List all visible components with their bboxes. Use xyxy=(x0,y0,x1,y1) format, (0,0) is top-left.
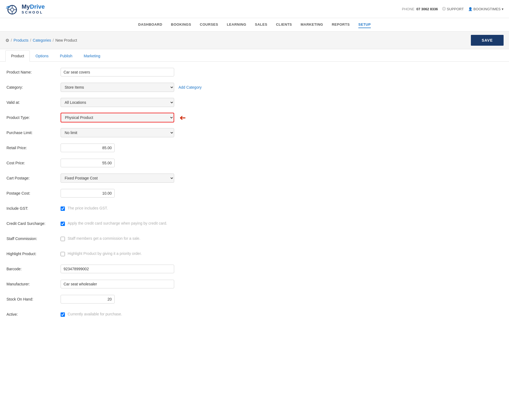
credit-card-checkbox-row: Apply the credit card surcharge when pay… xyxy=(61,221,174,226)
top-right-info: PHONE 07 3062 8336 ⓘ SUPPORT 👤 BOOKINGTI… xyxy=(402,6,504,11)
include-gst-checkbox-row: The price includes GST. xyxy=(61,206,174,211)
postage-cost-label: Postage Cost: xyxy=(6,191,61,195)
cart-postage-row: Cart Postage: Fixed Postage Cost Free Ca… xyxy=(6,173,503,183)
cart-postage-label: Cart Postage: xyxy=(6,176,61,180)
logo-text: MyDrive SCHOOL xyxy=(22,3,45,15)
product-type-label: Product Type: xyxy=(6,115,61,120)
barcode-input[interactable] xyxy=(61,265,174,273)
support-link[interactable]: ⓘ SUPPORT xyxy=(442,6,464,11)
product-name-input[interactable] xyxy=(61,68,174,76)
breadcrumb-bar: ⚙ / Products / Categories / New Product … xyxy=(0,32,509,49)
nav-sales[interactable]: SALES xyxy=(255,21,267,28)
tabs-container: Product Options Publish Marketing xyxy=(0,50,509,62)
postage-cost-input[interactable] xyxy=(61,189,115,198)
product-name-control xyxy=(61,68,174,76)
highlight-product-checkbox-row: Highlight Product by giving it a priorit… xyxy=(61,251,174,256)
nav-setup[interactable]: SETUP xyxy=(358,21,371,28)
manufacturer-row: Manufacturer: xyxy=(6,279,503,289)
save-button[interactable]: SAVE xyxy=(471,35,504,46)
phone-number: 07 3062 8336 xyxy=(416,7,438,11)
include-gst-checkbox[interactable] xyxy=(61,206,65,211)
top-bar: MyDrive SCHOOL PHONE 07 3062 8336 ⓘ SUPP… xyxy=(0,0,509,18)
active-label: Active: xyxy=(6,312,61,316)
nav-marketing[interactable]: MARKETING xyxy=(301,21,323,28)
retail-price-input[interactable] xyxy=(61,144,115,152)
purchase-limit-control: No limit 1 2 5 10 xyxy=(61,128,174,137)
cost-price-control xyxy=(61,159,174,167)
valid-at-control: All Locations Location 1 Location 2 xyxy=(61,98,174,107)
highlight-product-checkbox[interactable] xyxy=(61,252,65,256)
svg-point-1 xyxy=(11,8,14,11)
question-icon: ⓘ xyxy=(442,6,446,11)
staff-commission-control: Staff members get a commission for a sal… xyxy=(61,236,174,241)
product-name-label: Product Name: xyxy=(6,70,61,74)
tab-options[interactable]: Options xyxy=(30,50,54,62)
stock-label: Stock On Hand: xyxy=(6,297,61,301)
tab-marketing[interactable]: Marketing xyxy=(78,50,106,62)
nav-clients[interactable]: CLIENTS xyxy=(276,21,292,28)
category-label: Category: xyxy=(6,85,61,89)
stock-row: Stock On Hand: xyxy=(6,294,503,304)
nav-bookings[interactable]: BOOKINGS xyxy=(171,21,191,28)
breadcrumb-categories[interactable]: Categories xyxy=(33,38,51,42)
nav-learning[interactable]: LEARNING xyxy=(227,21,246,28)
highlight-product-row: Highlight Product: Highlight Product by … xyxy=(6,249,503,259)
separator-2: / xyxy=(30,38,31,42)
staff-commission-text: Staff members get a commission for a sal… xyxy=(68,236,140,241)
purchase-limit-label: Purchase Limit: xyxy=(6,131,61,135)
form-container: Product Name: Category: Store Items Gene… xyxy=(0,62,509,330)
valid-at-select[interactable]: All Locations Location 1 Location 2 xyxy=(61,98,174,107)
purchase-limit-select[interactable]: No limit 1 2 5 10 xyxy=(61,128,174,137)
credit-card-checkbox[interactable] xyxy=(61,222,65,226)
add-category-link[interactable]: Add Category xyxy=(179,85,202,89)
staff-commission-checkbox[interactable] xyxy=(61,237,65,241)
manufacturer-label: Manufacturer: xyxy=(6,282,61,286)
product-name-row: Product Name: xyxy=(6,67,503,77)
cost-price-label: Cost Price: xyxy=(6,161,61,165)
retail-price-label: Retail Price: xyxy=(6,146,61,150)
category-select[interactable]: Store Items General Services xyxy=(61,83,174,92)
logo-my: My xyxy=(22,3,30,10)
staff-commission-label: Staff Commission: xyxy=(6,236,61,241)
nav-courses[interactable]: COURSES xyxy=(200,21,218,28)
separator-3: / xyxy=(53,38,54,42)
valid-at-row: Valid at: All Locations Location 1 Locat… xyxy=(6,97,503,108)
product-type-control: Physical Product Digital Product Service xyxy=(61,113,174,122)
bookingtimes-link[interactable]: 👤 BOOKINGTIMES ▾ xyxy=(468,7,504,11)
credit-card-text: Apply the credit card surcharge when pay… xyxy=(68,221,167,225)
barcode-label: Barcode: xyxy=(6,267,61,271)
postage-cost-row: Postage Cost: xyxy=(6,188,503,198)
product-type-select[interactable]: Physical Product Digital Product Service xyxy=(61,113,174,122)
user-icon: 👤 xyxy=(468,7,472,11)
credit-card-row: Credit Card Surcharge: Apply the credit … xyxy=(6,218,503,229)
gear-icon[interactable]: ⚙ xyxy=(5,38,9,43)
cost-price-row: Cost Price: xyxy=(6,158,503,168)
nav-reports[interactable]: REPORTS xyxy=(332,21,350,28)
bookingtimes-label: BOOKINGTIMES xyxy=(474,7,501,11)
manufacturer-control xyxy=(61,280,174,288)
manufacturer-input[interactable] xyxy=(61,280,174,288)
staff-commission-checkbox-row: Staff members get a commission for a sal… xyxy=(61,236,174,241)
staff-commission-row: Staff Commission: Staff members get a co… xyxy=(6,234,503,244)
breadcrumb: ⚙ / Products / Categories / New Product xyxy=(5,38,77,43)
nav-dashboard[interactable]: DASHBOARD xyxy=(138,21,162,28)
tab-product[interactable]: Product xyxy=(5,50,30,62)
barcode-control xyxy=(61,265,174,273)
credit-card-label: Credit Card Surcharge: xyxy=(6,221,61,226)
barcode-row: Barcode: xyxy=(6,264,503,274)
highlight-product-control: Highlight Product by giving it a priorit… xyxy=(61,251,174,256)
tab-publish[interactable]: Publish xyxy=(54,50,78,62)
active-row: Active: Currently available for purchase… xyxy=(6,309,503,319)
logo-drive: Drive xyxy=(30,3,45,10)
cart-postage-select[interactable]: Fixed Postage Cost Free Calculated xyxy=(61,174,174,183)
retail-price-control xyxy=(61,144,174,152)
logo-icon xyxy=(5,2,19,16)
cost-price-input[interactable] xyxy=(61,159,115,167)
highlight-product-label: Highlight Product: xyxy=(6,252,61,256)
breadcrumb-products[interactable]: Products xyxy=(14,38,28,42)
postage-cost-control xyxy=(61,189,174,198)
active-checkbox[interactable] xyxy=(61,312,65,317)
stock-input[interactable] xyxy=(61,295,115,304)
arrow-annotation: ➔ xyxy=(180,113,186,122)
chevron-down-icon: ▾ xyxy=(502,7,504,11)
